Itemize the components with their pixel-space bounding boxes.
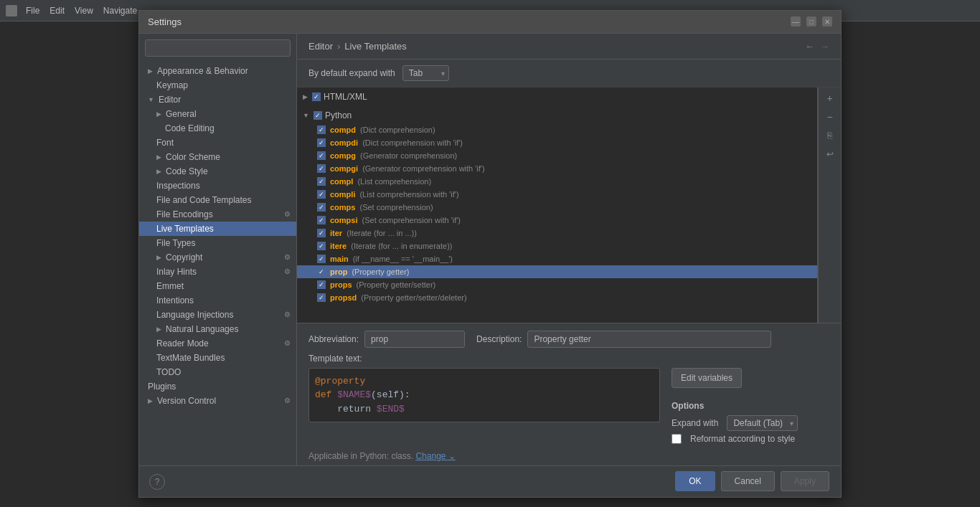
dialog-close-btn[interactable]: ✕ xyxy=(822,16,832,27)
desc-itere: (Iterate (for ... in enumerate)) xyxy=(351,242,452,250)
change-link[interactable]: Change ⌄ xyxy=(415,451,455,461)
checkbox-iter[interactable] xyxy=(317,229,326,237)
abbrev-compsi: compsi xyxy=(330,216,358,224)
group-header-python[interactable]: ▼ Python xyxy=(297,108,817,123)
description-label: Description: xyxy=(476,334,522,344)
template-item-compg[interactable]: compg (Generator comprehension) xyxy=(297,149,817,162)
window: File Edit View Navigate Settings — □ ✕ xyxy=(0,0,980,507)
checkbox-main[interactable] xyxy=(317,255,326,263)
template-item-compl[interactable]: compl (List comprehension) xyxy=(297,175,817,188)
sidebar-item-textmate-bundles[interactable]: TextMate Bundles xyxy=(139,351,296,365)
search-input[interactable] xyxy=(145,39,291,57)
sidebar-item-file-types[interactable]: File Types xyxy=(139,236,296,250)
desc-compdi: (Dict comprehension with 'if') xyxy=(362,138,463,147)
forward-btn[interactable]: → xyxy=(820,41,829,52)
ok-button[interactable]: OK xyxy=(675,471,715,491)
abbreviation-input[interactable] xyxy=(364,331,465,348)
desc-main: (if __name__ == '__main__') xyxy=(353,255,453,263)
expand-with-option-select[interactable]: Default (Tab) Tab Enter Space xyxy=(727,415,798,431)
template-item-prop[interactable]: prop (Property getter) xyxy=(297,265,817,278)
list-side-buttons: + − ⎘ ↩ xyxy=(818,87,841,323)
template-item-comps[interactable]: comps (Set comprehension) xyxy=(297,201,817,214)
sidebar-item-inlay-hints[interactable]: Inlay Hints ⚙ xyxy=(139,265,296,279)
expand-icon-code-style: ▶ xyxy=(156,168,161,175)
checkbox-propsd[interactable] xyxy=(317,293,326,302)
sidebar-label-todo: TODO xyxy=(156,367,181,377)
remove-template-btn[interactable]: − xyxy=(822,109,838,125)
sidebar-item-inspections[interactable]: Inspections xyxy=(139,179,296,193)
checkbox-props[interactable] xyxy=(317,280,326,289)
help-button[interactable]: ? xyxy=(149,474,165,490)
expand-icon-python: ▼ xyxy=(303,112,309,119)
checkbox-html[interactable] xyxy=(312,93,321,101)
group-header-html[interactable]: ▶ HTML/XML xyxy=(297,89,817,105)
breadcrumb-arrow: › xyxy=(337,41,340,52)
expand-with-select[interactable]: Tab Enter Space xyxy=(402,65,449,81)
sidebar-item-file-encodings[interactable]: File Encodings ⚙ xyxy=(139,207,296,222)
sidebar-label-inspections: Inspections xyxy=(156,181,200,191)
panel-header: Editor › Live Templates ← → xyxy=(297,34,841,60)
cancel-button[interactable]: Cancel xyxy=(721,471,775,491)
checkbox-comps[interactable] xyxy=(317,203,326,212)
copy-template-btn[interactable]: ⎘ xyxy=(822,128,838,143)
description-input[interactable] xyxy=(527,331,771,348)
dialog-maximize-btn[interactable]: □ xyxy=(806,16,816,27)
expand-icon-html: ▶ xyxy=(303,93,308,100)
reformat-checkbox[interactable] xyxy=(672,434,682,444)
add-template-btn[interactable]: + xyxy=(822,90,838,106)
sidebar-label-plugins: Plugins xyxy=(148,382,176,392)
checkbox-compli[interactable] xyxy=(317,190,326,199)
checkbox-compsi[interactable] xyxy=(317,216,326,224)
template-item-props[interactable]: props (Property getter/setter) xyxy=(297,278,817,291)
sidebar-item-live-templates[interactable]: Live Templates xyxy=(139,222,296,236)
checkbox-compgi[interactable] xyxy=(317,164,326,173)
sidebar-item-editor[interactable]: ▼ Editor xyxy=(139,93,296,107)
sidebar-item-language-injections[interactable]: Language Injections ⚙ xyxy=(139,308,296,322)
checkbox-compg[interactable] xyxy=(317,151,326,160)
sidebar-item-color-scheme[interactable]: ▶ Color Scheme xyxy=(139,150,296,164)
template-item-compli[interactable]: compli (List comprehension with 'if') xyxy=(297,188,817,201)
sidebar-item-code-style[interactable]: ▶ Code Style xyxy=(139,164,296,179)
sidebar-label-file-encodings: File Encodings xyxy=(156,209,213,219)
apply-button[interactable]: Apply xyxy=(781,471,829,491)
edit-variables-btn[interactable]: Edit variables xyxy=(672,368,742,388)
template-code-editor[interactable]: @property def $NAME$(self): return $END$ xyxy=(308,368,660,423)
sidebar-item-appearance[interactable]: ▶ Appearance & Behavior xyxy=(139,64,296,78)
template-item-compgi[interactable]: compgi (Generator comprehension with 'if… xyxy=(297,162,817,175)
sidebar-item-plugins[interactable]: Plugins xyxy=(139,379,296,394)
decorator-text: @property xyxy=(315,376,365,387)
back-btn[interactable]: ← xyxy=(805,41,814,52)
checkbox-compl[interactable] xyxy=(317,177,326,186)
template-item-main[interactable]: main (if __name__ == '__main__') xyxy=(297,252,817,265)
abbrev-compdi: compdi xyxy=(330,138,358,147)
template-item-iter[interactable]: iter (Iterate (for ... in ...)) xyxy=(297,227,817,240)
undo-template-btn[interactable]: ↩ xyxy=(822,146,838,162)
checkbox-compd[interactable] xyxy=(317,125,326,134)
template-item-compd[interactable]: compd (Dict comprehension) xyxy=(297,123,817,136)
sidebar-item-emmet[interactable]: Emmet xyxy=(139,279,296,293)
reformat-label: Reformat according to style xyxy=(690,434,795,444)
template-item-compsi[interactable]: compsi (Set comprehension with 'if') xyxy=(297,214,817,227)
checkbox-itere[interactable] xyxy=(317,242,326,250)
sidebar-item-file-code-templates[interactable]: File and Code Templates xyxy=(139,193,296,207)
template-item-propsd[interactable]: propsd (Property getter/setter/deleter) xyxy=(297,291,817,304)
dialog-minimize-btn[interactable]: — xyxy=(791,16,801,27)
template-item-itere[interactable]: itere (Iterate (for ... in enumerate)) xyxy=(297,240,817,252)
sidebar-item-general[interactable]: ▶ General xyxy=(139,107,296,121)
checkbox-python[interactable] xyxy=(314,111,322,120)
sidebar-label-editor: Editor xyxy=(159,95,181,105)
checkbox-compdi[interactable] xyxy=(317,138,326,147)
sidebar-item-font[interactable]: Font xyxy=(139,136,296,150)
sidebar-item-natural-languages[interactable]: ▶ Natural Languages xyxy=(139,322,296,336)
sidebar-item-version-control[interactable]: ▶ Version Control ⚙ xyxy=(139,394,296,408)
sidebar-item-code-editing[interactable]: Code Editing xyxy=(139,121,296,136)
sidebar-item-todo[interactable]: TODO xyxy=(139,365,296,379)
template-item-compdi[interactable]: compdi (Dict comprehension with 'if') xyxy=(297,136,817,149)
sidebar-item-copyright[interactable]: ▶ Copyright ⚙ xyxy=(139,250,296,265)
sidebar-item-intentions[interactable]: Intentions xyxy=(139,293,296,308)
panel-nav-buttons: ← → xyxy=(805,41,829,52)
sidebar-item-keymap[interactable]: Keymap xyxy=(139,78,296,93)
sidebar-item-reader-mode[interactable]: Reader Mode ⚙ xyxy=(139,336,296,351)
abbrev-compg: compg xyxy=(330,151,356,160)
checkbox-prop[interactable] xyxy=(317,267,326,276)
